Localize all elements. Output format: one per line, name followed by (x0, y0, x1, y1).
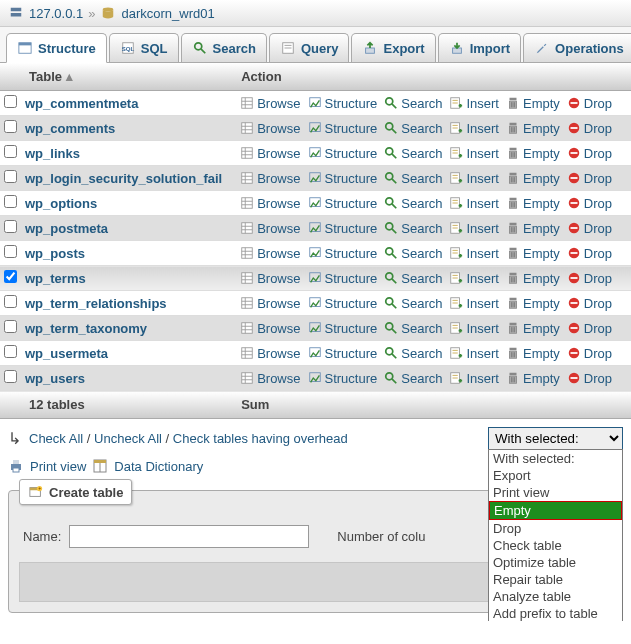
table-name-link[interactable]: wp_comments (25, 121, 115, 136)
empty-action[interactable]: Empty (503, 94, 562, 112)
structure-action[interactable]: Structure (305, 344, 380, 362)
search-action[interactable]: Search (381, 294, 444, 312)
table-name-link[interactable]: wp_usermeta (25, 346, 108, 361)
dropdown-option[interactable]: Analyze table (489, 588, 622, 605)
with-selected-select[interactable]: With selected: (488, 427, 623, 450)
browse-action[interactable]: Browse (237, 144, 302, 162)
drop-action[interactable]: Drop (564, 194, 614, 212)
insert-action[interactable]: Insert (446, 94, 501, 112)
row-checkbox[interactable] (4, 320, 17, 333)
insert-action[interactable]: Insert (446, 219, 501, 237)
dropdown-option[interactable]: Check table (489, 537, 622, 554)
structure-action[interactable]: Structure (305, 294, 380, 312)
structure-action[interactable]: Structure (305, 144, 380, 162)
table-name-link[interactable]: wp_users (25, 371, 85, 386)
empty-action[interactable]: Empty (503, 294, 562, 312)
insert-action[interactable]: Insert (446, 269, 501, 287)
dropdown-option[interactable]: Optimize table (489, 554, 622, 571)
browse-action[interactable]: Browse (237, 169, 302, 187)
insert-action[interactable]: Insert (446, 294, 501, 312)
search-action[interactable]: Search (381, 144, 444, 162)
browse-action[interactable]: Browse (237, 219, 302, 237)
tab-search[interactable]: Search (181, 33, 267, 62)
insert-action[interactable]: Insert (446, 344, 501, 362)
check-overhead-link[interactable]: Check tables having overhead (173, 431, 348, 446)
row-checkbox[interactable] (4, 120, 17, 133)
browse-action[interactable]: Browse (237, 119, 302, 137)
empty-action[interactable]: Empty (503, 244, 562, 262)
drop-action[interactable]: Drop (564, 94, 614, 112)
drop-action[interactable]: Drop (564, 219, 614, 237)
search-action[interactable]: Search (381, 119, 444, 137)
tab-operations[interactable]: Operations (523, 33, 631, 62)
drop-action[interactable]: Drop (564, 269, 614, 287)
empty-action[interactable]: Empty (503, 219, 562, 237)
table-name-link[interactable]: wp_options (25, 196, 97, 211)
search-action[interactable]: Search (381, 244, 444, 262)
search-action[interactable]: Search (381, 319, 444, 337)
empty-action[interactable]: Empty (503, 194, 562, 212)
structure-action[interactable]: Structure (305, 119, 380, 137)
empty-action[interactable]: Empty (503, 144, 562, 162)
row-checkbox[interactable] (4, 345, 17, 358)
row-checkbox[interactable] (4, 270, 17, 283)
dropdown-option[interactable]: Add prefix to table (489, 605, 622, 621)
table-name-input[interactable] (69, 525, 309, 548)
search-action[interactable]: Search (381, 369, 444, 387)
row-checkbox[interactable] (4, 295, 17, 308)
insert-action[interactable]: Insert (446, 319, 501, 337)
browse-action[interactable]: Browse (237, 194, 302, 212)
search-action[interactable]: Search (381, 169, 444, 187)
table-name-link[interactable]: wp_term_relationships (25, 296, 167, 311)
search-action[interactable]: Search (381, 94, 444, 112)
dropdown-option[interactable]: Repair table (489, 571, 622, 588)
breadcrumb-host[interactable]: 127.0.0.1 (29, 6, 83, 21)
tab-sql[interactable]: SQLSQL (109, 33, 179, 62)
drop-action[interactable]: Drop (564, 344, 614, 362)
dropdown-option[interactable]: Empty (489, 501, 622, 520)
dropdown-option[interactable]: With selected: (489, 450, 622, 467)
check-all-link[interactable]: Check All (29, 431, 83, 446)
table-name-link[interactable]: wp_links (25, 146, 80, 161)
drop-action[interactable]: Drop (564, 169, 614, 187)
search-action[interactable]: Search (381, 219, 444, 237)
empty-action[interactable]: Empty (503, 344, 562, 362)
structure-action[interactable]: Structure (305, 244, 380, 262)
empty-action[interactable]: Empty (503, 369, 562, 387)
drop-action[interactable]: Drop (564, 294, 614, 312)
tab-import[interactable]: Import (438, 33, 521, 62)
structure-action[interactable]: Structure (305, 269, 380, 287)
insert-action[interactable]: Insert (446, 194, 501, 212)
row-checkbox[interactable] (4, 95, 17, 108)
insert-action[interactable]: Insert (446, 119, 501, 137)
row-checkbox[interactable] (4, 145, 17, 158)
browse-action[interactable]: Browse (237, 94, 302, 112)
search-action[interactable]: Search (381, 269, 444, 287)
empty-action[interactable]: Empty (503, 319, 562, 337)
drop-action[interactable]: Drop (564, 244, 614, 262)
browse-action[interactable]: Browse (237, 369, 302, 387)
uncheck-all-link[interactable]: Uncheck All (94, 431, 162, 446)
empty-action[interactable]: Empty (503, 169, 562, 187)
search-action[interactable]: Search (381, 344, 444, 362)
table-name-link[interactable]: wp_login_security_solution_fail (25, 171, 222, 186)
drop-action[interactable]: Drop (564, 119, 614, 137)
browse-action[interactable]: Browse (237, 244, 302, 262)
drop-action[interactable]: Drop (564, 319, 614, 337)
structure-action[interactable]: Structure (305, 94, 380, 112)
tab-query[interactable]: Query (269, 33, 350, 62)
structure-action[interactable]: Structure (305, 369, 380, 387)
tab-structure[interactable]: Structure (6, 33, 107, 63)
browse-action[interactable]: Browse (237, 319, 302, 337)
table-name-link[interactable]: wp_terms (25, 271, 86, 286)
data-dictionary-link[interactable]: Data Dictionary (114, 459, 203, 474)
insert-action[interactable]: Insert (446, 169, 501, 187)
search-action[interactable]: Search (381, 194, 444, 212)
row-checkbox[interactable] (4, 370, 17, 383)
row-checkbox[interactable] (4, 245, 17, 258)
print-view-link[interactable]: Print view (30, 459, 86, 474)
dropdown-option[interactable]: Drop (489, 520, 622, 537)
tab-export[interactable]: Export (351, 33, 435, 62)
dropdown-option[interactable]: Print view (489, 484, 622, 501)
table-name-link[interactable]: wp_posts (25, 246, 85, 261)
